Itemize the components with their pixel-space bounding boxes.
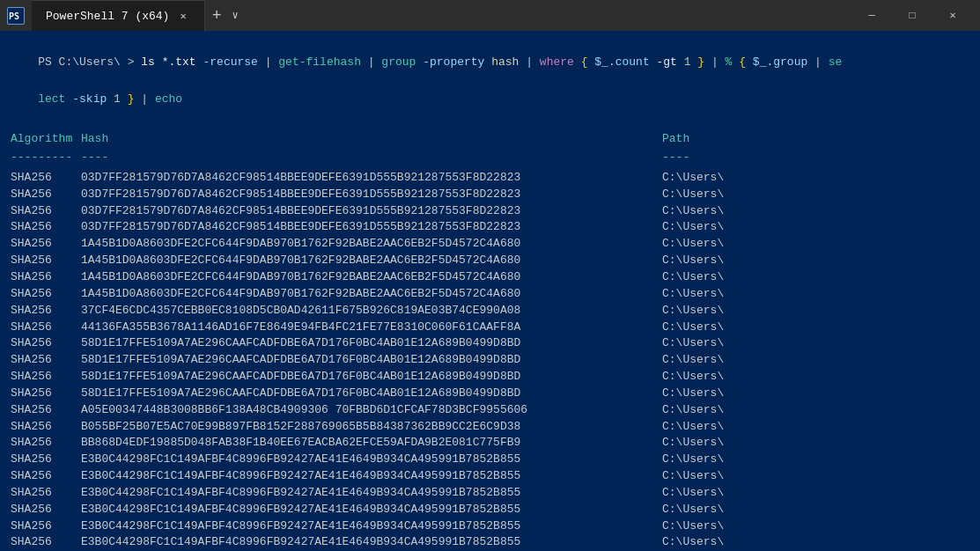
cell-hash: 03D7FF281579D76D7A8462CF98514BBEE9DEFE63… bbox=[81, 219, 662, 236]
cell-hash: A05E00347448B3008BB6F138A48CB4909306 70F… bbox=[81, 402, 662, 419]
close-button[interactable]: ✕ bbox=[932, 0, 973, 31]
command-line-cont: lect -skip 1 } | echo bbox=[11, 75, 969, 125]
cmd-getfilehash: get-filehash bbox=[278, 55, 361, 69]
cmd-brace3: { bbox=[739, 55, 746, 69]
table-row: SHA256E3B0C44298FC1C149AFBF4C8996FB92427… bbox=[11, 452, 969, 468]
cell-path: C:\Users\ bbox=[662, 485, 724, 502]
cell-path: C:\Users\ bbox=[662, 335, 724, 352]
cmd-ls: ls *.txt bbox=[141, 55, 195, 69]
cell-hash: E3B0C44298FC1C149AFBF4C8996FB92427AE41E4… bbox=[81, 534, 662, 551]
cell-hash: 44136FA355B3678A1146AD16F7E8649E94FB4FC2… bbox=[81, 320, 662, 336]
table-row: SHA256E3B0C44298FC1C149AFBF4C8996FB92427… bbox=[11, 518, 969, 535]
cell-algorithm: SHA256 bbox=[11, 335, 81, 352]
minimize-button[interactable]: ─ bbox=[851, 0, 892, 31]
column-dashes: --------- ---- ---- bbox=[11, 150, 969, 166]
cmd-gt: -gt bbox=[657, 55, 677, 69]
cell-path: C:\Users\ bbox=[662, 468, 724, 485]
cmd-one: 1 bbox=[684, 55, 691, 69]
cmd-pipe1: | bbox=[258, 55, 278, 69]
cell-path: C:\Users\ bbox=[662, 170, 724, 187]
cell-algorithm: SHA256 bbox=[11, 386, 81, 402]
cmd-hash-word: hash bbox=[491, 55, 519, 69]
tab-close-button[interactable]: ✕ bbox=[176, 8, 189, 25]
cmd-group: group bbox=[381, 55, 416, 69]
cell-algorithm: SHA256 bbox=[11, 435, 81, 452]
table-row: SHA25644136FA355B3678A1146AD16F7E8649E94… bbox=[11, 320, 969, 336]
cmd-property: -property bbox=[423, 55, 484, 69]
cell-hash: 03D7FF281579D76D7A8462CF98514BBEE9DEFE63… bbox=[81, 187, 662, 203]
cmd-pipe5: | bbox=[807, 55, 828, 69]
cell-hash: 1A45B1D0A8603DFE2CFC644F9DAB970B1762F92B… bbox=[81, 236, 662, 253]
cmd-space10 bbox=[746, 55, 753, 69]
cell-hash: 03D7FF281579D76D7A8462CF98514BBEE9DEFE63… bbox=[81, 170, 662, 187]
cmd-skip-val: 1 bbox=[114, 92, 121, 106]
cell-path: C:\Users\ bbox=[662, 286, 724, 303]
tab-powershell[interactable]: PowerShell 7 (x64) ✕ bbox=[32, 0, 205, 31]
cell-hash: E3B0C44298FC1C149AFBF4C8996FB92427AE41E4… bbox=[81, 452, 662, 468]
cell-hash: E3B0C44298FC1C149AFBF4C8996FB92427AE41E4… bbox=[81, 468, 662, 485]
cell-algorithm: SHA256 bbox=[11, 286, 81, 303]
table-row: SHA256E3B0C44298FC1C149AFBF4C8996FB92427… bbox=[11, 468, 969, 485]
table-row: SHA2561A45B1D0A8603DFE2CFC644F9DAB970B17… bbox=[11, 253, 969, 269]
table-row: SHA256E3B0C44298FC1C149AFBF4C8996FB92427… bbox=[11, 502, 969, 518]
tab-dropdown-button[interactable]: ∨ bbox=[228, 9, 241, 22]
cell-algorithm: SHA256 bbox=[11, 170, 81, 187]
cmd-where: where bbox=[540, 55, 574, 69]
titlebar: PS PowerShell 7 (x64) ✕ + ∨ ─ □ ✕ bbox=[0, 0, 980, 31]
cmd-brace4: } bbox=[128, 92, 135, 106]
tab-area: PowerShell 7 (x64) ✕ + ∨ bbox=[32, 0, 851, 31]
cell-algorithm: SHA256 bbox=[11, 320, 81, 336]
table-row: SHA256A05E00347448B3008BB6F138A48CB49093… bbox=[11, 402, 969, 419]
cell-path: C:\Users\ bbox=[662, 236, 724, 253]
table-row: SHA25637CF4E6CDC4357CEBB0EC8108D5CB0AD42… bbox=[11, 303, 969, 320]
table-row: SHA25603D7FF281579D76D7A8462CF98514BBEE9… bbox=[11, 219, 969, 236]
prompt-text: PS C:\Users\ bbox=[38, 55, 121, 69]
cmd-dollar-count: $_.count bbox=[594, 55, 649, 69]
cell-path: C:\Users\ bbox=[662, 518, 724, 535]
table-row: SHA25603D7FF281579D76D7A8462CF98514BBEE9… bbox=[11, 203, 969, 220]
cell-hash: 1A45B1D0A8603DFE2CFC644F9DAB970B1762F92B… bbox=[81, 253, 662, 269]
cell-algorithm: SHA256 bbox=[11, 219, 81, 236]
cmd-space7 bbox=[677, 55, 684, 69]
cell-algorithm: SHA256 bbox=[11, 452, 81, 468]
table-row: SHA25658D1E17FFE5109A7AE296CAAFCADFDBE6A… bbox=[11, 335, 969, 352]
cmd-space13 bbox=[121, 92, 128, 106]
table-row: SHA25658D1E17FFE5109A7AE296CAAFCADFDBE6A… bbox=[11, 369, 969, 386]
table-row: SHA2561A45B1D0A8603DFE2CFC644F9DAB970B17… bbox=[11, 269, 969, 286]
cell-path: C:\Users\ bbox=[662, 269, 724, 286]
cell-hash: BB868D4EDF19885D048FAB38F1B40EE67EACBA62… bbox=[81, 435, 662, 452]
cell-algorithm: SHA256 bbox=[11, 303, 81, 320]
cell-hash: 03D7FF281579D76D7A8462CF98514BBEE9DEFE63… bbox=[81, 203, 662, 220]
table-row: SHA2561A45B1D0A8603DFE2CFC644F9DAB970B17… bbox=[11, 236, 969, 253]
cmd-pipe2: | bbox=[361, 55, 381, 69]
tab-label: PowerShell 7 (x64) bbox=[46, 10, 169, 23]
cell-path: C:\Users\ bbox=[662, 386, 724, 402]
cell-path: C:\Users\ bbox=[662, 402, 724, 419]
data-rows-container: SHA25603D7FF281579D76D7A8462CF98514BBEE9… bbox=[11, 170, 969, 551]
cursor-arrow: > bbox=[121, 55, 141, 69]
cmd-skip: -skip bbox=[72, 92, 107, 106]
maximize-button[interactable]: □ bbox=[892, 0, 932, 31]
col-header-path: Path bbox=[662, 131, 768, 148]
cmd-brace2: } bbox=[697, 55, 704, 69]
cell-hash: 58D1E17FFE5109A7AE296CAAFCADFDBE6A7D176F… bbox=[81, 335, 662, 352]
table-row: SHA256B055BF25B07E5AC70E99B897FB8152F288… bbox=[11, 419, 969, 436]
new-tab-button[interactable]: + bbox=[205, 7, 229, 25]
cell-path: C:\Users\ bbox=[662, 320, 724, 336]
cell-hash: E3B0C44298FC1C149AFBF4C8996FB92427AE41E4… bbox=[81, 502, 662, 518]
svg-text:PS: PS bbox=[9, 11, 19, 21]
cell-path: C:\Users\ bbox=[662, 435, 724, 452]
cell-hash: 37CF4E6CDC4357CEBB0EC8108D5CB0AD42611F67… bbox=[81, 303, 662, 320]
table-row: SHA25603D7FF281579D76D7A8462CF98514BBEE9… bbox=[11, 187, 969, 203]
cmd-pipe3: | bbox=[519, 55, 539, 69]
cell-algorithm: SHA256 bbox=[11, 269, 81, 286]
cell-path: C:\Users\ bbox=[662, 534, 724, 551]
col-header-algorithm: Algorithm bbox=[11, 131, 81, 148]
cell-hash: E3B0C44298FC1C149AFBF4C8996FB92427AE41E4… bbox=[81, 518, 662, 535]
terminal-output[interactable]: PS C:\Users\ > ls *.txt -recurse | get-f… bbox=[0, 31, 980, 551]
cmd-space12 bbox=[107, 92, 114, 106]
table-row: SHA256E3B0C44298FC1C149AFBF4C8996FB92427… bbox=[11, 485, 969, 502]
cmd-echo: echo bbox=[155, 92, 182, 106]
cmd-dollar-group: $_.group bbox=[753, 55, 807, 69]
table-row: SHA25658D1E17FFE5109A7AE296CAAFCADFDBE6A… bbox=[11, 352, 969, 369]
